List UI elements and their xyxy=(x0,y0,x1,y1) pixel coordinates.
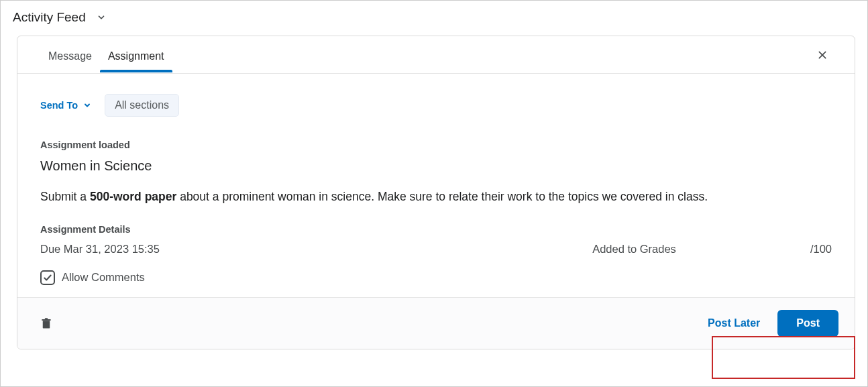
sendto-label: Send To xyxy=(40,100,78,111)
panel-header: Activity Feed xyxy=(13,10,855,25)
added-to-grades: Added to Grades xyxy=(592,243,676,256)
svg-rect-3 xyxy=(42,319,51,321)
assignment-details-row: Due Mar 31, 2023 15:35 Added to Grades /… xyxy=(40,243,832,256)
svg-rect-2 xyxy=(43,321,50,328)
allow-comments-label: Allow Comments xyxy=(62,271,145,284)
assignment-title: Women in Science xyxy=(40,158,832,174)
close-icon[interactable] xyxy=(813,46,832,64)
card-body: Send To All sections Assignment loaded W… xyxy=(17,74,855,297)
footer-actions: Post Later Post xyxy=(704,310,838,337)
allow-comments-checkbox[interactable] xyxy=(40,270,55,285)
panel-title: Activity Feed xyxy=(13,10,86,25)
tabs: Message Assignment xyxy=(17,36,855,74)
assignment-description: Submit a 500-word paper about a prominen… xyxy=(40,188,832,205)
card-footer: Post Later Post xyxy=(17,297,855,349)
allow-comments-row: Allow Comments xyxy=(40,270,832,285)
post-button[interactable]: Post xyxy=(777,310,838,337)
sendto-row: Send To All sections xyxy=(40,94,832,117)
chevron-down-icon xyxy=(83,101,91,109)
check-icon xyxy=(43,273,52,282)
recipient-chip[interactable]: All sections xyxy=(105,94,179,117)
post-later-button[interactable]: Post Later xyxy=(704,311,764,336)
trash-icon[interactable] xyxy=(40,317,52,330)
svg-rect-4 xyxy=(45,318,48,319)
assignment-details-label: Assignment Details xyxy=(40,224,832,235)
tab-assignment[interactable]: Assignment xyxy=(100,38,172,72)
assignment-loaded-label: Assignment loaded xyxy=(40,140,832,150)
compose-card: Message Assignment Send To All sections … xyxy=(17,36,855,349)
out-of-score: /100 xyxy=(810,243,832,256)
due-date: Due Mar 31, 2023 15:35 xyxy=(40,243,160,256)
activity-feed-panel: Activity Feed Message Assignment Send To… xyxy=(0,0,868,387)
sendto-dropdown[interactable]: Send To xyxy=(40,100,91,111)
chevron-down-icon[interactable] xyxy=(95,11,107,23)
tab-message[interactable]: Message xyxy=(40,38,100,72)
